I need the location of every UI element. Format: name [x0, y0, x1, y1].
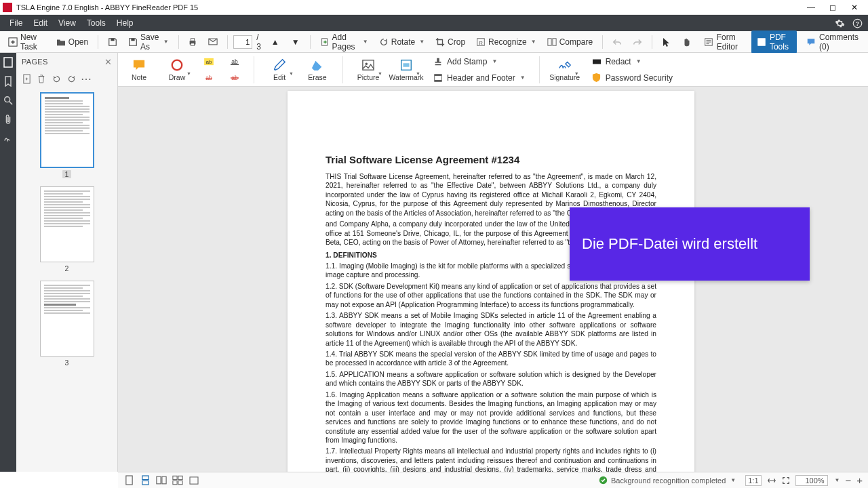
- page-number-input[interactable]: [233, 35, 252, 49]
- rail-signatures-icon[interactable]: [3, 133, 14, 144]
- cursor-button[interactable]: [658, 35, 675, 49]
- svg-rect-42: [173, 476, 177, 479]
- rail-attachments-icon[interactable]: [3, 114, 14, 125]
- picture-button[interactable]: Picture▼: [353, 54, 384, 85]
- redact-button[interactable]: Redact▼: [587, 54, 677, 69]
- recognize-button[interactable]: RRecognize▼: [472, 35, 540, 49]
- main-toolbar: New Task Open Save As▼ / 3 ▲ ▼ Add Pages…: [0, 31, 868, 53]
- edit-button[interactable]: Edit▼: [264, 54, 295, 85]
- zoom-out-button[interactable]: −: [845, 474, 851, 486]
- erase-label: Erase: [308, 73, 326, 81]
- highlight-button[interactable]: ab: [199, 54, 218, 69]
- new-task-button[interactable]: New Task: [4, 30, 50, 54]
- email-button[interactable]: [204, 35, 222, 49]
- doc-title: Trial Software License Agreement #1234: [326, 153, 656, 167]
- print-icon: [188, 37, 197, 47]
- menu-help[interactable]: Help: [111, 15, 139, 31]
- doc-clause-1-4: 1.4. Trial ABBYY SDK means the special v…: [326, 350, 656, 368]
- signature-icon: [557, 58, 572, 73]
- svg-rect-6: [191, 38, 195, 41]
- pages-rotate-right-icon[interactable]: [66, 74, 76, 83]
- settings-icon[interactable]: [833, 16, 846, 30]
- menu-view[interactable]: View: [53, 15, 81, 31]
- redact-label: Redact: [606, 57, 631, 66]
- form-editor-button[interactable]: Form Editor: [698, 30, 747, 54]
- crop-button[interactable]: Crop: [431, 35, 469, 49]
- page-total: / 3: [256, 33, 263, 52]
- rail-search-icon[interactable]: [3, 95, 14, 106]
- note-button[interactable]: Note: [123, 54, 155, 85]
- thumb-2-label: 2: [62, 264, 72, 272]
- view-fullscreen-icon[interactable]: [189, 475, 199, 486]
- hand-button[interactable]: [678, 35, 696, 49]
- svg-text:ab: ab: [206, 59, 212, 65]
- svg-point-25: [366, 62, 368, 65]
- svg-rect-3: [111, 38, 114, 41]
- strikethrough-icon: ab: [203, 73, 214, 83]
- signature-button[interactable]: Signature▼: [549, 54, 580, 85]
- view-two-continuous-icon[interactable]: [172, 475, 183, 486]
- open-button[interactable]: Open: [52, 35, 92, 49]
- pdf-tools-button[interactable]: PDF Tools: [751, 30, 797, 54]
- header-footer-label: Header and Footer: [447, 73, 515, 83]
- underline-button[interactable]: ab: [225, 54, 244, 69]
- view-single-icon[interactable]: [123, 475, 134, 486]
- pages-add-icon[interactable]: [22, 74, 31, 83]
- menu-tools[interactable]: Tools: [81, 15, 111, 31]
- watermark-button[interactable]: Watermark▼: [391, 54, 422, 85]
- rail-bookmarks-icon[interactable]: [3, 76, 14, 87]
- print-button[interactable]: [184, 35, 201, 49]
- help-icon[interactable]: ?: [850, 16, 864, 30]
- save-as-label: Save As: [140, 33, 159, 52]
- svg-rect-43: [178, 476, 182, 479]
- zoom-in-button[interactable]: +: [856, 474, 863, 486]
- shield-icon: [591, 73, 602, 83]
- strike-red-button[interactable]: ab: [225, 70, 244, 85]
- draw-button[interactable]: Draw▼: [161, 54, 193, 85]
- add-stamp-button[interactable]: Add Stamp▼: [429, 54, 530, 69]
- rotate-label: Rotate: [391, 37, 415, 47]
- menu-edit[interactable]: Edit: [28, 15, 53, 31]
- undo-button[interactable]: [608, 35, 626, 49]
- add-pages-button[interactable]: Add Pages▼: [316, 30, 372, 54]
- page-thumb-2[interactable]: 2: [40, 186, 94, 272]
- view-two-page-icon[interactable]: [156, 475, 167, 486]
- arrow-down-icon: ▼: [291, 37, 300, 47]
- draw-icon: [170, 58, 184, 73]
- stamp-icon: [433, 56, 443, 67]
- rotate-button[interactable]: Rotate▼: [375, 35, 429, 49]
- save-button[interactable]: [104, 35, 121, 49]
- maximize-button[interactable]: ◻: [822, 0, 844, 15]
- page-thumb-3[interactable]: 3: [40, 281, 94, 367]
- fit-page-icon[interactable]: [782, 476, 790, 485]
- svg-text:R: R: [479, 39, 483, 45]
- zoom-value[interactable]: 100%: [795, 475, 828, 486]
- save-dropdown[interactable]: Save As▼: [124, 30, 173, 54]
- page-thumb-1[interactable]: 1: [40, 92, 94, 178]
- comments-button[interactable]: Comments (0): [801, 30, 864, 54]
- strikethrough-button[interactable]: ab: [199, 70, 218, 85]
- pages-rotate-left-icon[interactable]: [52, 74, 61, 83]
- compare-button[interactable]: Compare: [543, 35, 597, 49]
- pdf-tools-icon: [757, 37, 766, 47]
- rail-pages-icon[interactable]: [3, 57, 14, 68]
- view-continuous-icon[interactable]: [140, 475, 151, 486]
- pages-delete-icon[interactable]: [37, 74, 46, 83]
- titlebar: TSLA Engine 7.0 English - ABBYY FineRead…: [0, 0, 868, 15]
- pages-more-icon[interactable]: ⋯: [81, 74, 91, 83]
- erase-button[interactable]: Erase: [302, 54, 333, 85]
- page-up-button[interactable]: ▲: [267, 35, 284, 49]
- fit-width-icon[interactable]: [767, 476, 776, 485]
- menu-file[interactable]: File: [4, 15, 28, 31]
- header-footer-button[interactable]: Header and Footer▼: [429, 70, 530, 85]
- header-footer-icon: [433, 73, 443, 83]
- zoom-ratio[interactable]: 1:1: [745, 475, 761, 486]
- redo-button[interactable]: [629, 35, 646, 49]
- minimize-button[interactable]: —: [800, 0, 822, 15]
- page-down-button[interactable]: ▼: [287, 35, 304, 49]
- close-button[interactable]: ✕: [844, 0, 865, 15]
- password-security-button[interactable]: Password Security: [587, 70, 677, 85]
- form-editor-label: Form Editor: [717, 33, 742, 52]
- pages-panel-close[interactable]: ✕: [104, 57, 112, 67]
- open-label: Open: [68, 37, 88, 47]
